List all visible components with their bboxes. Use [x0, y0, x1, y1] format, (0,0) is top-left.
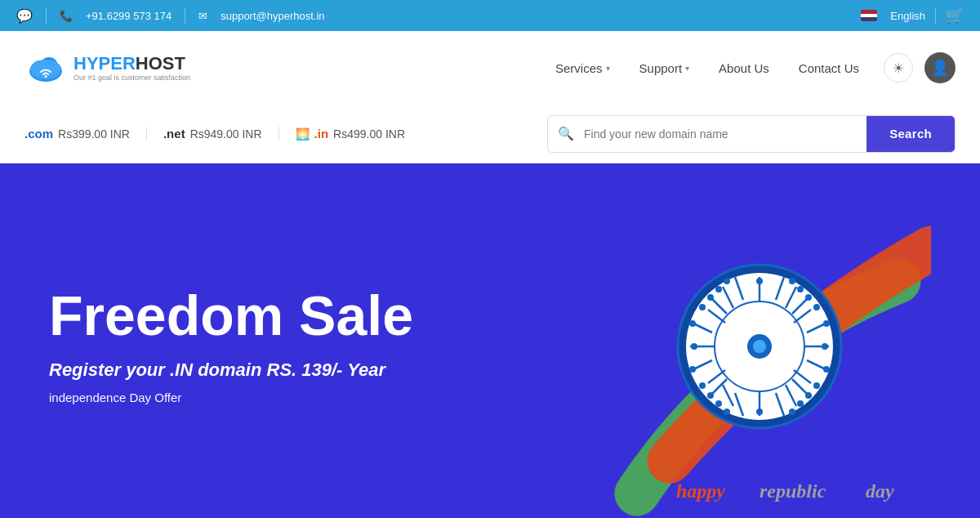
svg-point-47	[789, 278, 795, 284]
svg-point-51	[813, 304, 820, 310]
divider-1	[46, 7, 47, 24]
domain-net: .net Rs949.00 INR	[147, 127, 279, 141]
hero-subtitle-price: RS. 139/-	[267, 359, 343, 380]
svg-point-4	[45, 75, 47, 78]
logo-name: HYPERHOST	[74, 54, 190, 74]
svg-point-34	[756, 409, 763, 415]
hero-title: Freedom Sale	[49, 285, 413, 346]
domain-ext-com: .com	[24, 127, 53, 141]
hero-content: Freedom Sale Register your .IN domain RS…	[0, 236, 462, 453]
email-icon: ✉	[198, 10, 207, 22]
logo-icon	[24, 47, 67, 89]
email-link[interactable]: support@hyperhost.in	[220, 10, 324, 22]
svg-text:happy: happy	[676, 480, 725, 502]
domain-com: .com Rs399.00 INR	[24, 127, 147, 141]
nav-links: Services ▾ Support ▾ About Us Contact Us…	[544, 52, 956, 83]
svg-point-50	[813, 382, 820, 389]
svg-point-37	[707, 294, 714, 301]
user-icon: 👤	[931, 59, 949, 77]
svg-point-44	[689, 366, 696, 373]
domain-search-input[interactable]	[584, 127, 866, 141]
logo-text: HYPERHOST Our #1 goal is customer satisf…	[74, 54, 190, 82]
svg-point-49	[699, 304, 706, 310]
top-bar: 💬 📞 +91.6299 573 174 ✉ support@hyperhost…	[0, 0, 980, 31]
whatsapp-icon: 💬	[16, 8, 33, 24]
sun-icon: 🌅	[296, 127, 310, 141]
domain-search-button[interactable]: Search	[866, 116, 955, 152]
hero-graphic: happy republic day	[588, 183, 931, 518]
logo-link[interactable]: HYPERHOST Our #1 goal is customer satisf…	[24, 47, 190, 89]
logo-host: HOST	[136, 53, 185, 74]
svg-point-40	[707, 392, 714, 399]
nav-contact-label: Contact Us	[799, 61, 859, 75]
svg-text:republic: republic	[760, 480, 826, 502]
svg-point-55	[797, 286, 804, 292]
domain-ext-net: .net	[163, 127, 185, 141]
domain-ext-in: .in	[314, 127, 329, 141]
nav-services-arrow: ▾	[606, 64, 610, 73]
language-label[interactable]: English	[890, 10, 925, 22]
logo-hyper: HYPER	[74, 53, 136, 74]
svg-point-42	[823, 366, 830, 373]
domain-price-in: Rs499.00 INR	[333, 127, 405, 141]
domain-price-com: Rs399.00 INR	[58, 127, 130, 141]
nav-about-label: About Us	[719, 61, 769, 75]
nav-about[interactable]: About Us	[707, 55, 781, 82]
svg-point-56	[715, 400, 722, 407]
cart-icon[interactable]: 🛒	[946, 7, 964, 25]
nav-services-label: Services	[555, 61, 603, 75]
svg-point-38	[805, 392, 812, 399]
svg-point-53	[715, 286, 722, 292]
logo-tagline: Our #1 goal is customer satisfaction	[74, 74, 190, 82]
svg-point-43	[823, 320, 830, 327]
nav-support[interactable]: Support ▾	[628, 55, 702, 82]
svg-point-48	[724, 409, 730, 415]
svg-point-35	[691, 343, 697, 350]
nav-contact[interactable]: Contact Us	[787, 55, 871, 82]
domain-in: 🌅 .in Rs499.00 INR	[279, 127, 421, 141]
theme-toggle-button[interactable]: ☀	[884, 53, 913, 83]
hero-section: Freedom Sale Register your .IN domain RS…	[0, 163, 980, 518]
domain-search-icon: 🔍	[548, 126, 584, 141]
domain-pricing: .com Rs399.00 INR .net Rs949.00 INR 🌅 .i…	[24, 127, 547, 141]
hero-subtitle-suffix: Year	[342, 359, 385, 380]
flag-icon	[861, 10, 877, 21]
svg-point-36	[822, 343, 828, 350]
svg-point-46	[789, 409, 795, 415]
domain-search-form: 🔍 Search	[547, 115, 956, 153]
top-bar-right: English 🛒	[861, 7, 964, 25]
user-avatar-button[interactable]: 👤	[924, 52, 956, 83]
divider-3	[935, 7, 936, 24]
nav-services[interactable]: Services ▾	[544, 55, 621, 82]
hero-tag: independence Day Offer	[49, 391, 413, 404]
phone-link[interactable]: +91.6299 573 174	[86, 10, 172, 22]
svg-point-33	[756, 278, 763, 284]
divider-2	[185, 7, 185, 24]
domain-bar: .com Rs399.00 INR .net Rs949.00 INR 🌅 .i…	[0, 105, 980, 163]
navbar: HYPERHOST Our #1 goal is customer satisf…	[0, 31, 980, 105]
svg-point-58	[753, 340, 766, 353]
svg-point-39	[805, 294, 812, 301]
hero-subtitle-prefix: Register your .IN domain	[49, 359, 267, 380]
hero-subtitle: Register your .IN domain RS. 139/- Year	[49, 359, 413, 381]
svg-point-45	[724, 278, 730, 284]
svg-point-52	[699, 382, 706, 389]
nav-support-label: Support	[639, 61, 683, 75]
domain-price-net: Rs949.00 INR	[190, 127, 262, 141]
nav-support-arrow: ▾	[685, 64, 689, 73]
phone-icon: 📞	[60, 10, 73, 22]
svg-point-41	[689, 320, 696, 327]
svg-text:day: day	[866, 480, 894, 502]
svg-point-54	[797, 400, 804, 407]
top-bar-left: 💬 📞 +91.6299 573 174 ✉ support@hyperhost…	[16, 7, 861, 24]
